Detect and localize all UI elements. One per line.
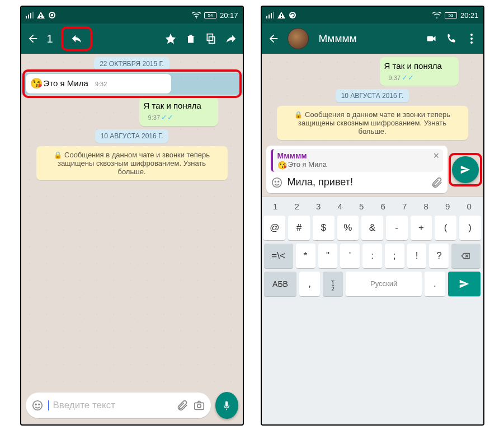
key[interactable]: &: [361, 216, 383, 240]
avatar[interactable]: [288, 28, 309, 49]
spacebar[interactable]: Русский: [346, 272, 422, 296]
key[interactable]: 2: [288, 202, 307, 211]
key[interactable]: 0: [460, 202, 479, 211]
attachment-icon[interactable]: [431, 176, 443, 189]
key[interactable]: *: [296, 244, 315, 268]
voice-record-button[interactable]: [215, 392, 238, 419]
selected-message-row[interactable]: 😘Это я Мила 9:32: [26, 74, 238, 94]
key[interactable]: +: [411, 216, 432, 240]
encryption-notice[interactable]: 🔒Сообщения в данном чате и звонки теперь…: [277, 106, 468, 140]
emoji-icon[interactable]: [271, 176, 283, 189]
chat-header: Ммммм: [262, 24, 483, 54]
svg-point-28: [275, 181, 276, 182]
period-key[interactable]: .: [425, 272, 445, 296]
outgoing-message[interactable]: Я так и поняла 9:37✓✓: [380, 57, 459, 86]
symbols-key[interactable]: =\<: [264, 244, 293, 268]
svg-point-10: [32, 401, 42, 410]
comma-key[interactable]: ,: [299, 272, 319, 296]
keyboard-row: =\< * " ' : ; ! ?: [264, 244, 481, 268]
key[interactable]: 1: [266, 202, 285, 211]
status-time: 20:17: [220, 11, 238, 20]
key[interactable]: 5: [352, 202, 371, 211]
svg-point-6: [49, 12, 55, 18]
date-chip: 22 ОКТЯБРЯ 2015 Г.: [94, 57, 169, 71]
outgoing-message[interactable]: Я так и поняла 9:37✓✓: [139, 97, 219, 125]
key[interactable]: $: [313, 216, 335, 240]
key[interactable]: 7: [395, 202, 414, 211]
shift-key[interactable]: _12: [323, 272, 343, 296]
text-input[interactable]: [288, 176, 426, 188]
signal-icon: [266, 12, 274, 18]
battery-indicator: 54: [204, 12, 216, 18]
keyboard: 1 2 3 4 5 6 7 8 9 0 @ # $ % & - + ( ) =\…: [262, 197, 483, 424]
key[interactable]: !: [407, 244, 427, 268]
svg-rect-16: [269, 15, 270, 18]
chat-title[interactable]: Ммммм: [319, 32, 417, 45]
phone-screenshot-2: 53 20:21 Ммммм Я так и поняла 9:37✓✓ 10 …: [261, 6, 484, 426]
chat-area: Я так и поняла 9:37✓✓ 10 АВГУСТА 2016 Г.…: [262, 54, 483, 142]
backspace-key[interactable]: [451, 244, 481, 268]
key[interactable]: @: [263, 216, 285, 240]
delete-icon[interactable]: [185, 32, 197, 45]
svg-point-14: [197, 404, 200, 408]
svg-point-11: [35, 404, 36, 405]
svg-rect-0: [26, 16, 27, 18]
key[interactable]: #: [288, 216, 310, 240]
star-icon[interactable]: [164, 32, 177, 45]
message-text: Я так и поняла: [144, 101, 201, 110]
reply-preview[interactable]: Ммммм 😘Это я Мила ✕: [271, 149, 443, 172]
lock-icon: 🔒: [54, 151, 62, 159]
send-button-highlighted[interactable]: [452, 156, 479, 183]
svg-point-7: [196, 17, 197, 18]
key[interactable]: 8: [417, 202, 436, 211]
svg-point-24: [470, 34, 473, 36]
forward-icon[interactable]: [225, 32, 237, 45]
emoji-icon[interactable]: [31, 399, 44, 412]
key[interactable]: (: [435, 216, 456, 240]
reply-from: Ммммм: [277, 151, 439, 160]
svg-rect-23: [427, 36, 433, 41]
message-time: 9:37: [148, 114, 160, 121]
key[interactable]: 3: [309, 202, 328, 211]
keyboard-number-row: 1 2 3 4 5 6 7 8 9 0: [264, 200, 481, 212]
copy-icon[interactable]: [205, 32, 217, 45]
read-checkmarks-icon: ✓✓: [161, 113, 173, 122]
key[interactable]: ': [340, 244, 360, 268]
key[interactable]: 6: [374, 202, 393, 211]
lock-icon: 🔒: [294, 111, 303, 119]
key[interactable]: 9: [439, 202, 458, 211]
enter-key[interactable]: [448, 272, 481, 296]
sync-icon: [289, 11, 296, 19]
more-options-icon[interactable]: [465, 32, 478, 45]
message-text: Я так и поняла: [384, 61, 442, 71]
key[interactable]: ": [318, 244, 338, 268]
video-call-icon[interactable]: [425, 32, 437, 45]
reply-button-highlighted[interactable]: [61, 26, 92, 51]
back-arrow-icon[interactable]: [27, 32, 39, 45]
close-reply-icon[interactable]: ✕: [433, 151, 440, 160]
keyboard-row: @ # $ % & - + ( ): [264, 216, 481, 240]
key[interactable]: %: [337, 216, 359, 240]
message-input-field[interactable]: [26, 393, 211, 418]
signal-icon: [26, 12, 34, 18]
date-chip: 10 АВГУСТА 2016 Г.: [336, 89, 409, 102]
key[interactable]: 4: [331, 202, 350, 211]
voice-call-icon[interactable]: [445, 32, 458, 45]
svg-rect-19: [281, 14, 282, 16]
text-input[interactable]: [53, 400, 172, 411]
back-arrow-icon[interactable]: [267, 32, 280, 45]
key[interactable]: ?: [429, 244, 449, 268]
key[interactable]: :: [362, 244, 382, 268]
wifi-icon: [192, 12, 201, 18]
key[interactable]: ): [459, 216, 481, 240]
svg-rect-1: [28, 15, 29, 18]
battery-indicator: 53: [445, 12, 457, 18]
attachment-icon[interactable]: [176, 399, 189, 412]
encryption-notice[interactable]: 🔒Сообщения в данном чате и звонки теперь…: [36, 146, 228, 180]
abc-key[interactable]: АБВ: [264, 272, 297, 296]
key[interactable]: ;: [385, 244, 404, 268]
key[interactable]: -: [386, 216, 408, 240]
camera-icon[interactable]: [193, 399, 205, 412]
svg-rect-2: [30, 13, 31, 18]
sync-icon: [48, 11, 56, 19]
